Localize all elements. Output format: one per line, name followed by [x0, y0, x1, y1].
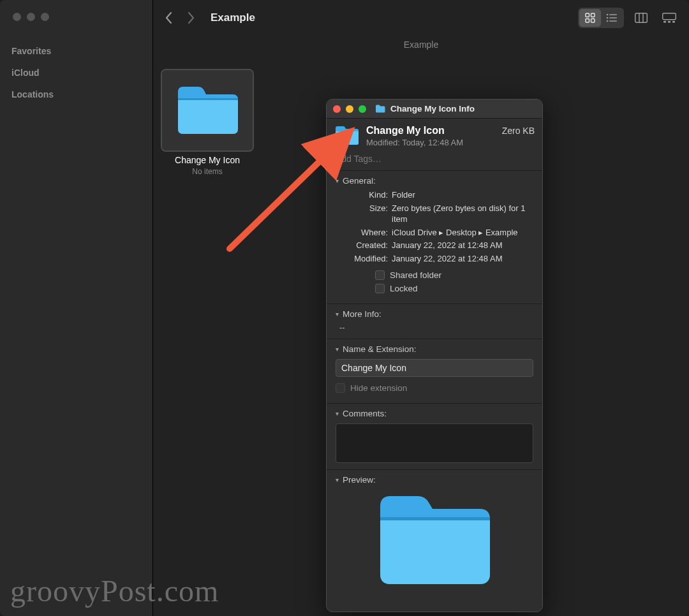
svg-rect-13	[663, 13, 676, 20]
checkbox-icon	[336, 383, 345, 393]
minimize-icon[interactable]	[346, 105, 353, 113]
size-value: Zero bytes (Zero bytes on disk) for 1 it…	[392, 203, 533, 225]
sidebar-heading-locations[interactable]: Locations	[0, 84, 152, 105]
sidebar-heading-icloud[interactable]: iCloud	[0, 62, 152, 84]
sidebar: Favorites iCloud Locations	[0, 0, 153, 616]
view-controls	[578, 8, 680, 28]
view-list-button[interactable]	[601, 9, 623, 27]
chevron-down-icon: ▾	[336, 311, 339, 318]
tags-field[interactable]: Add Tags…	[327, 150, 542, 171]
info-header-folder-icon[interactable]	[334, 125, 360, 147]
info-name: Change My Icon	[366, 125, 445, 136]
section-more-info-label: More Info:	[343, 309, 382, 319]
section-name-ext: ▾ Name & Extension: Hide extension	[327, 339, 542, 404]
shared-folder-checkbox-row[interactable]: Shared folder	[375, 270, 533, 280]
checkbox-icon	[375, 284, 385, 293]
section-more-info: ▾ More Info: --	[327, 304, 542, 339]
chevron-left-icon	[165, 11, 172, 24]
section-preview-label: Preview:	[343, 475, 376, 485]
zoom-icon[interactable]	[359, 105, 366, 113]
svg-rect-15	[668, 21, 670, 23]
svg-rect-17	[178, 98, 238, 100]
svg-point-6	[607, 17, 609, 19]
where-value: iCloud Drive ▸ Desktop ▸ Example	[392, 227, 533, 238]
window-traffic-lights	[13, 13, 152, 21]
sidebar-heading-favorites[interactable]: Favorites	[0, 40, 152, 62]
where-label: Where:	[343, 227, 388, 238]
folder-item[interactable]: Change My Icon No items	[162, 70, 253, 176]
locked-checkbox-row[interactable]: Locked	[375, 284, 533, 293]
svg-rect-14	[663, 21, 666, 23]
chevron-down-icon: ▾	[336, 177, 339, 184]
close-window-dot[interactable]	[13, 13, 21, 21]
columns-icon	[635, 13, 648, 23]
gallery-icon	[662, 13, 676, 23]
minimize-window-dot[interactable]	[27, 13, 35, 21]
modified-value: January 22, 2022 at 12:48 AM	[392, 253, 533, 265]
svg-rect-16	[672, 21, 675, 23]
svg-rect-2	[586, 19, 589, 23]
nav-back-button[interactable]	[165, 11, 172, 24]
info-header: Change My Icon Zero KB Modified: Today, …	[327, 119, 542, 150]
section-general-label: General:	[343, 176, 376, 186]
list-icon	[606, 13, 618, 22]
kind-value: Folder	[392, 189, 533, 201]
section-general: ▾ General: Kind: Folder Size: Zero bytes…	[327, 171, 542, 304]
svg-rect-1	[591, 13, 595, 17]
section-preview-toggle[interactable]: ▾ Preview:	[336, 475, 533, 485]
info-modified-short: Modified: Today, 12:48 AM	[366, 138, 535, 147]
more-info-value: --	[339, 323, 533, 332]
close-icon[interactable]	[333, 105, 341, 113]
section-comments-toggle[interactable]: ▾ Comments:	[336, 409, 533, 418]
hide-extension-label: Hide extension	[350, 383, 407, 393]
info-titlebar[interactable]: Change My Icon Info	[327, 99, 542, 119]
kind-label: Kind:	[343, 189, 388, 201]
section-preview: ▾ Preview:	[327, 470, 542, 596]
name-input[interactable]	[336, 359, 533, 377]
view-icons-button[interactable]	[579, 9, 601, 27]
locked-label: Locked	[390, 284, 418, 293]
folder-title: Example	[211, 11, 255, 24]
folder-item-subtitle: No items	[162, 167, 253, 176]
info-size: Zero KB	[502, 126, 535, 136]
chevron-down-icon: ▾	[336, 476, 339, 483]
comments-textarea[interactable]	[336, 423, 533, 463]
section-name-ext-toggle[interactable]: ▾ Name & Extension:	[336, 344, 533, 354]
folder-icon	[162, 70, 253, 150]
svg-rect-10	[635, 13, 648, 23]
preview-area	[336, 485, 533, 590]
view-columns-button[interactable]	[630, 9, 652, 27]
folder-item-name: Change My Icon	[171, 154, 244, 166]
grid-icon	[585, 13, 595, 23]
hide-extension-checkbox-row: Hide extension	[336, 383, 533, 393]
size-label: Size:	[343, 203, 388, 225]
toolbar: Example	[153, 0, 689, 36]
svg-point-8	[607, 20, 609, 22]
svg-rect-7	[609, 17, 617, 18]
svg-rect-18	[380, 517, 490, 520]
chevron-down-icon: ▾	[336, 346, 339, 353]
nav-forward-button[interactable]	[188, 11, 195, 24]
folder-glyph-icon	[174, 84, 241, 136]
folder-preview-icon	[374, 491, 495, 590]
shared-folder-label: Shared folder	[390, 270, 441, 280]
svg-rect-9	[609, 20, 617, 22]
checkbox-icon	[375, 270, 385, 280]
watermark: groovyPost.com	[10, 573, 219, 608]
created-label: Created:	[343, 240, 388, 251]
section-comments-label: Comments:	[343, 409, 387, 418]
info-window-title: Change My Icon Info	[390, 104, 475, 114]
section-name-ext-label: Name & Extension:	[343, 344, 417, 354]
section-comments: ▾ Comments:	[327, 404, 542, 470]
created-value: January 22, 2022 at 12:48 AM	[392, 240, 533, 251]
maximize-window-dot[interactable]	[41, 13, 49, 21]
svg-rect-0	[586, 13, 589, 17]
view-gallery-button[interactable]	[658, 9, 680, 27]
svg-rect-5	[609, 14, 617, 15]
section-general-toggle[interactable]: ▾ General:	[336, 176, 533, 186]
path-bar[interactable]: Example	[153, 36, 689, 59]
section-more-info-toggle[interactable]: ▾ More Info:	[336, 309, 533, 319]
view-mode-segment	[578, 8, 624, 28]
chevron-down-icon: ▾	[336, 410, 339, 417]
get-info-window: Change My Icon Info Change My Icon Zero …	[326, 99, 543, 612]
